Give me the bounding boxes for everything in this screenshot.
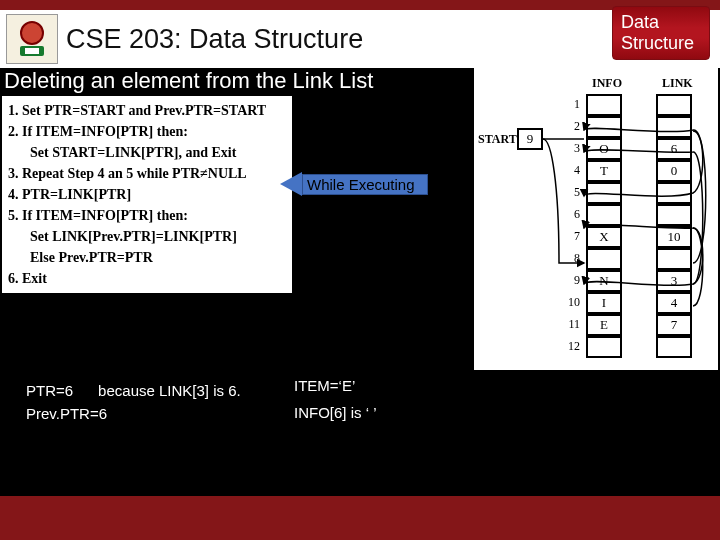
row-index: 3: [560, 141, 580, 156]
table-row: 12: [474, 336, 718, 358]
row-index: 6: [560, 207, 580, 222]
state-ptr: PTR=6 because LINK[3] is 6.: [26, 380, 241, 403]
row-index: 11: [560, 317, 580, 332]
table-row: 2: [474, 116, 718, 138]
table-row: 3O6: [474, 138, 718, 160]
algo-line-5a: Set LINK[Prev.PTR]=LINK[PTR]: [30, 229, 237, 244]
info-cell: [586, 182, 622, 204]
link-cell: 3: [656, 270, 692, 292]
table-row: 11E7: [474, 314, 718, 336]
info-header: INFO: [592, 76, 622, 91]
algo-line-2: 2. If ITEM=INFO[PTR] then:: [8, 124, 188, 139]
while-executing-label: While Executing: [302, 174, 428, 195]
topic-badge: Data Structure: [612, 6, 710, 60]
table-row: 1: [474, 94, 718, 116]
svg-rect-2: [25, 48, 39, 54]
university-logo: [6, 14, 58, 64]
course-title: CSE 203: Data Structure: [66, 24, 363, 55]
row-index: 2: [560, 119, 580, 134]
state-right: ITEM=‘E’ INFO[6] is ‘ ’: [294, 372, 377, 426]
row-index: 7: [560, 229, 580, 244]
algo-line-5: 5. If ITEM=INFO[PTR] then:: [8, 208, 188, 223]
link-cell: 7: [656, 314, 692, 336]
link-cell: 4: [656, 292, 692, 314]
arrow-left-icon: [280, 172, 302, 196]
link-cell: 6: [656, 138, 692, 160]
info-cell: N: [586, 270, 622, 292]
info-cell: I: [586, 292, 622, 314]
link-cell: [656, 204, 692, 226]
topic-badge-text: Data Structure: [621, 12, 701, 53]
link-cell: [656, 182, 692, 204]
info-cell: [586, 116, 622, 138]
table-row: 7X10: [474, 226, 718, 248]
info-cell: T: [586, 160, 622, 182]
state-prevptr: Prev.PTR=6: [26, 403, 241, 426]
bottom-stripe: [0, 496, 720, 540]
linked-list-diagram: START 9 INFO LINK 123O64T0567X1089N310I4…: [474, 68, 718, 370]
row-index: 12: [560, 339, 580, 354]
info-cell: [586, 204, 622, 226]
algo-line-5b: Else Prev.PTR=PTR: [30, 250, 153, 265]
svg-point-0: [21, 22, 43, 44]
table-row: 9N3: [474, 270, 718, 292]
link-header: LINK: [662, 76, 693, 91]
link-cell: [656, 248, 692, 270]
row-index: 8: [560, 251, 580, 266]
row-index: 5: [560, 185, 580, 200]
info-cell: [586, 248, 622, 270]
row-index: 1: [560, 97, 580, 112]
link-cell: [656, 116, 692, 138]
algo-line-3: 3. Repeat Step 4 an 5 while PTR≠NULL: [8, 166, 247, 181]
info-cell: [586, 336, 622, 358]
algo-line-1: 1. Set PTR=START and Prev.PTR=START: [8, 103, 266, 118]
row-index: 4: [560, 163, 580, 178]
info-cell: [586, 94, 622, 116]
table-row: 5: [474, 182, 718, 204]
row-index: 10: [560, 295, 580, 310]
algo-line-4: 4. PTR=LINK[PTR]: [8, 187, 131, 202]
link-cell: [656, 94, 692, 116]
link-cell: 0: [656, 160, 692, 182]
section-title: Deleting an element from the Link List: [4, 68, 373, 94]
link-cell: 10: [656, 226, 692, 248]
link-cell: [656, 336, 692, 358]
info-cell: E: [586, 314, 622, 336]
state-left: PTR=6 because LINK[3] is 6. Prev.PTR=6: [26, 380, 241, 425]
state-info6: INFO[6] is ‘ ’: [294, 399, 377, 426]
row-index: 9: [560, 273, 580, 288]
algorithm-box: 1. Set PTR=START and Prev.PTR=START 2. I…: [2, 96, 292, 293]
table-row: 10I4: [474, 292, 718, 314]
table-row: 4T0: [474, 160, 718, 182]
info-cell: O: [586, 138, 622, 160]
while-executing-tag: While Executing: [280, 172, 428, 196]
info-cell: X: [586, 226, 622, 248]
algo-line-2a: Set START=LINK[PTR], and Exit: [30, 145, 236, 160]
state-item: ITEM=‘E’: [294, 372, 377, 399]
algo-line-6: 6. Exit: [8, 271, 47, 286]
table-row: 6: [474, 204, 718, 226]
table-row: 8: [474, 248, 718, 270]
